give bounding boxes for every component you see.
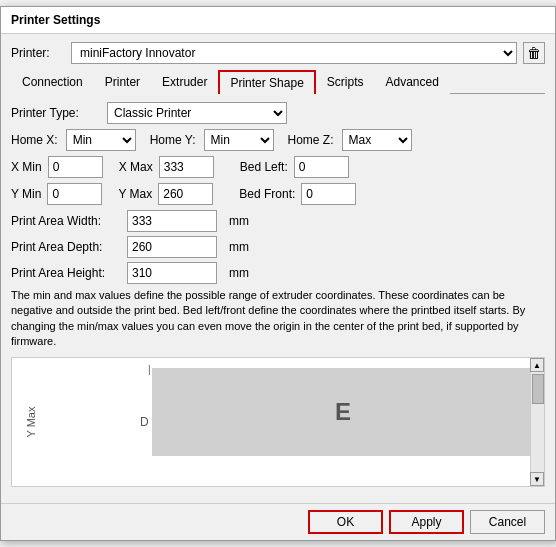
print-area-depth-unit: mm — [229, 240, 249, 254]
print-area-height-label: Print Area Height: — [11, 266, 121, 280]
print-area-depth-row: Print Area Depth: mm — [11, 236, 545, 258]
title-bar: Printer Settings — [1, 7, 555, 34]
vertical-scrollbar: ▲ ▼ — [530, 358, 544, 486]
print-area-width-label: Print Area Width: — [11, 214, 121, 228]
tab-printer[interactable]: Printer — [94, 70, 151, 94]
bed-left-input[interactable] — [294, 156, 349, 178]
x-min-input[interactable] — [48, 156, 103, 178]
y-coords-row: Y Min Y Max Bed Front: — [11, 183, 545, 205]
tab-printer-shape[interactable]: Printer Shape — [218, 70, 315, 94]
cancel-button[interactable]: Cancel — [470, 510, 545, 534]
viz-area: Y Max D | E ▲ ▼ — [11, 357, 545, 487]
trash-icon: 🗑 — [527, 45, 541, 61]
printer-type-label: Printer Type: — [11, 106, 101, 120]
viz-y-axis-label: Y Max — [25, 407, 37, 438]
printer-row: Printer: miniFactory Innovator 🗑 — [11, 42, 545, 64]
tab-advanced[interactable]: Advanced — [375, 70, 450, 94]
footer: OK Apply Cancel — [1, 503, 555, 540]
tabs-bar: Connection Printer Extruder Printer Shap… — [11, 70, 545, 94]
x-min-label: X Min — [11, 160, 42, 174]
window-title: Printer Settings — [11, 13, 100, 27]
y-max-input[interactable] — [158, 183, 213, 205]
apply-button[interactable]: Apply — [389, 510, 464, 534]
home-z-select[interactable]: Max — [342, 129, 412, 151]
scrollbar-up-button[interactable]: ▲ — [530, 358, 544, 372]
tab-scripts[interactable]: Scripts — [316, 70, 375, 94]
x-max-input[interactable] — [159, 156, 214, 178]
print-area-width-input[interactable] — [127, 210, 217, 232]
printer-type-select[interactable]: Classic Printer — [107, 102, 287, 124]
print-area-height-input[interactable] — [127, 262, 217, 284]
print-area-height-unit: mm — [229, 266, 249, 280]
bed-left-label: Bed Left: — [240, 160, 288, 174]
description-text: The min and max values define the possib… — [11, 288, 531, 350]
scrollbar-down-button[interactable]: ▼ — [530, 472, 544, 486]
home-y-label: Home Y: — [150, 133, 196, 147]
home-x-select[interactable]: Min — [66, 129, 136, 151]
print-area-width-row: Print Area Width: mm — [11, 210, 545, 232]
ok-button[interactable]: OK — [308, 510, 383, 534]
home-z-label: Home Z: — [288, 133, 334, 147]
tab-connection[interactable]: Connection — [11, 70, 94, 94]
viz-e-label: E — [335, 398, 351, 426]
main-content: Printer: miniFactory Innovator 🗑 Connect… — [1, 34, 555, 504]
print-area-depth-input[interactable] — [127, 236, 217, 258]
printer-settings-window: Printer Settings Printer: miniFactory In… — [0, 6, 556, 542]
viz-d-label: D — [140, 415, 149, 429]
x-max-label: X Max — [119, 160, 153, 174]
print-area-depth-label: Print Area Depth: — [11, 240, 121, 254]
delete-printer-button[interactable]: 🗑 — [523, 42, 545, 64]
printer-label: Printer: — [11, 46, 71, 60]
bed-front-label: Bed Front: — [239, 187, 295, 201]
home-y-select[interactable]: Min — [204, 129, 274, 151]
tab-extruder[interactable]: Extruder — [151, 70, 218, 94]
printer-type-row: Printer Type: Classic Printer — [11, 102, 545, 124]
print-area-width-unit: mm — [229, 214, 249, 228]
viz-tick: | — [148, 364, 151, 375]
viz-bed-area: E — [152, 368, 534, 456]
home-row: Home X: Min Home Y: Min Home Z: Max — [11, 129, 545, 151]
home-x-label: Home X: — [11, 133, 58, 147]
y-min-label: Y Min — [11, 187, 41, 201]
x-coords-row: X Min X Max Bed Left: — [11, 156, 545, 178]
scrollbar-thumb[interactable] — [532, 374, 544, 404]
printer-select[interactable]: miniFactory Innovator — [71, 42, 517, 64]
print-area-height-row: Print Area Height: mm — [11, 262, 545, 284]
y-min-input[interactable] — [47, 183, 102, 205]
y-max-label: Y Max — [118, 187, 152, 201]
bed-front-input[interactable] — [301, 183, 356, 205]
